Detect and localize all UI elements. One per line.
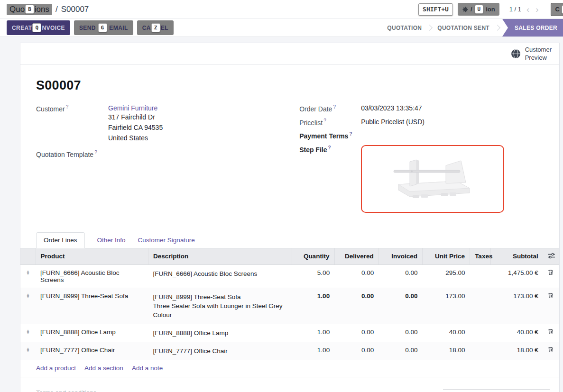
- drag-handle-icon[interactable]: ▲▼: [26, 293, 30, 298]
- action-buttons: CREATQNVOICE SEND G EMAIL CAZEL: [7, 20, 174, 35]
- stage-sales-order-active[interactable]: SALES ORDER: [502, 19, 563, 36]
- pricelist-value[interactable]: Public Pricelist (USD): [361, 118, 425, 127]
- cell-unit-price[interactable]: 295.00: [422, 264, 470, 288]
- cell-taxes[interactable]: [470, 288, 491, 324]
- stage-quotation[interactable]: QUOTATION: [381, 25, 427, 31]
- tab-other-info[interactable]: Other Info: [97, 233, 126, 248]
- cell-unit-price[interactable]: 18.00: [422, 342, 470, 360]
- help-icon[interactable]: ?: [66, 104, 69, 109]
- help-icon[interactable]: ?: [349, 131, 352, 137]
- cell-delivered[interactable]: 0.00: [334, 324, 378, 342]
- column-header-quantity[interactable]: Quantity: [292, 248, 334, 265]
- table-header-row: Product Description Quantity Delivered I…: [20, 248, 559, 265]
- cell-taxes[interactable]: [470, 342, 491, 360]
- cell-taxes[interactable]: [470, 324, 491, 342]
- breadcrumb-current: S00007: [61, 5, 89, 14]
- order-lines-table: Product Description Quantity Delivered I…: [20, 248, 559, 360]
- table-row[interactable]: ▲▼ [FURN_6666] Acoustic Bloc Screens [FU…: [20, 264, 559, 288]
- order-date-value[interactable]: 03/03/2023 13:35:47: [361, 104, 422, 113]
- form-sheet: CustomerPreview S00007 Customer? Gemini …: [20, 43, 560, 392]
- create-invoice-button[interactable]: CREATQNVOICE: [7, 20, 70, 35]
- cell-product[interactable]: [FURN_7777] Office Chair: [36, 342, 148, 360]
- column-header-invoiced[interactable]: Invoiced: [378, 248, 422, 265]
- cell-unit-price[interactable]: 173.00: [422, 288, 470, 324]
- terms-and-conditions-input[interactable]: Terms and conditions...: [36, 389, 102, 392]
- cell-quantity[interactable]: 5.00: [292, 264, 334, 288]
- tab-order-lines[interactable]: Order Lines: [36, 232, 85, 248]
- payment-terms-field[interactable]: Payment Terms?: [299, 131, 544, 140]
- cell-quantity[interactable]: 1.00: [292, 324, 334, 342]
- add-note-link[interactable]: Add a note: [132, 365, 163, 372]
- action-menu-button[interactable]: / U ion: [458, 3, 499, 16]
- column-header-unit-price[interactable]: Unit Price: [422, 248, 470, 265]
- cell-invoiced[interactable]: 0.00: [378, 288, 422, 324]
- delete-row-icon[interactable]: [548, 292, 554, 299]
- add-section-link[interactable]: Add a section: [84, 365, 123, 372]
- help-icon[interactable]: ?: [323, 118, 326, 123]
- cell-quantity[interactable]: 1.00: [292, 288, 334, 324]
- step-file-image[interactable]: [361, 145, 504, 213]
- delete-row-icon[interactable]: [548, 269, 554, 275]
- cell-description[interactable]: [FURN_6666] Acoustic Bloc Screens: [148, 264, 292, 288]
- stage-quotation-sent[interactable]: QUOTATION SENT: [432, 25, 495, 31]
- next-page-icon[interactable]: ›: [535, 5, 539, 14]
- cell-description[interactable]: [FURN_8888] Office Lamp: [148, 324, 292, 342]
- breadcrumb-quotations-link[interactable]: QuoBions: [7, 4, 52, 15]
- help-icon[interactable]: ?: [94, 150, 97, 155]
- address-line: Fairfield CA 94535: [108, 123, 163, 133]
- globe-icon: [511, 49, 521, 59]
- customer-address: 317 Fairchild Dr Fairfield CA 94535 Unit…: [108, 112, 163, 143]
- keyboard-hint-shift-u: SHIFT+U: [418, 3, 453, 16]
- sliders-icon: [548, 253, 555, 259]
- quotation-template-field[interactable]: Quotation Template?: [36, 150, 285, 158]
- optional-columns-header[interactable]: [543, 248, 559, 265]
- column-header-product[interactable]: Product: [36, 248, 148, 265]
- cancel-button[interactable]: CAZEL: [137, 20, 174, 35]
- cell-product[interactable]: [FURN_8999] Three-Seat Sofa: [36, 288, 148, 324]
- cut-off-button-label: C: [555, 6, 560, 13]
- cell-delivered[interactable]: 0.00: [334, 264, 378, 288]
- customer-link[interactable]: Gemini Furniture: [108, 104, 157, 112]
- send-email-button[interactable]: SEND G EMAIL: [74, 20, 133, 35]
- tab-customer-signature[interactable]: Customer Signature: [138, 233, 195, 248]
- column-header-taxes[interactable]: Taxes: [470, 248, 491, 265]
- control-panel: QuoBions / S00007 SHIFT+U / U ion 1 / 1 …: [0, 0, 563, 19]
- cell-product[interactable]: [FURN_6666] Acoustic Bloc Screens: [36, 264, 148, 288]
- help-icon[interactable]: ?: [328, 145, 331, 150]
- cell-product[interactable]: [FURN_8888] Office Lamp: [36, 324, 148, 342]
- column-header-description[interactable]: Description: [148, 248, 292, 265]
- cell-quantity[interactable]: 1.00: [292, 342, 334, 360]
- delete-row-icon[interactable]: [548, 328, 554, 335]
- add-product-link[interactable]: Add a product: [36, 365, 76, 372]
- table-row[interactable]: ▲▼ [FURN_8999] Three-Seat Sofa [FURN_899…: [20, 288, 559, 324]
- sheet-topbar: CustomerPreview: [20, 43, 559, 65]
- cell-invoiced[interactable]: 0.00: [378, 324, 422, 342]
- drag-handle-icon[interactable]: ▲▼: [26, 270, 30, 275]
- cell-unit-price[interactable]: 40.00: [422, 324, 470, 342]
- delete-row-icon[interactable]: [548, 346, 554, 353]
- cell-delivered[interactable]: 0.00: [334, 342, 378, 360]
- cell-description[interactable]: [FURN_8999] Three-Seat SofaThree Seater …: [148, 288, 292, 324]
- prev-page-icon[interactable]: ‹: [526, 5, 530, 14]
- column-header-subtotal[interactable]: Subtotal: [491, 248, 543, 265]
- drag-handle-icon[interactable]: ▲▼: [26, 347, 30, 352]
- help-icon[interactable]: ?: [333, 104, 336, 109]
- customer-preview-button[interactable]: CustomerPreview: [503, 43, 559, 64]
- drag-handle-icon[interactable]: ▲▼: [26, 329, 30, 334]
- create-invoice-text-pre: CREAT: [12, 24, 32, 32]
- total-box: Total: 1,706.00 €: [443, 389, 550, 392]
- send-email-text-pre: SEND: [79, 24, 96, 32]
- table-row[interactable]: ▲▼ [FURN_7777] Office Chair [FURN_7777] …: [20, 342, 559, 360]
- table-row[interactable]: ▲▼ [FURN_8888] Office Lamp [FURN_8888] O…: [20, 324, 559, 342]
- cell-description[interactable]: [FURN_7777] Office Chair: [148, 342, 292, 360]
- cell-delivered[interactable]: 0.00: [334, 288, 378, 324]
- address-line: United States: [108, 133, 163, 143]
- cell-taxes[interactable]: [470, 264, 491, 288]
- cut-off-button[interactable]: C: [551, 3, 563, 16]
- field-column-left: Customer? Gemini Furniture 317 Fairchild…: [36, 104, 285, 218]
- column-header-delivered[interactable]: Delivered: [334, 248, 378, 265]
- cell-invoiced[interactable]: 0.00: [378, 342, 422, 360]
- cell-invoiced[interactable]: 0.00: [378, 264, 422, 288]
- keyboard-hint-u: U: [475, 5, 484, 14]
- handle-column-header: [20, 248, 36, 265]
